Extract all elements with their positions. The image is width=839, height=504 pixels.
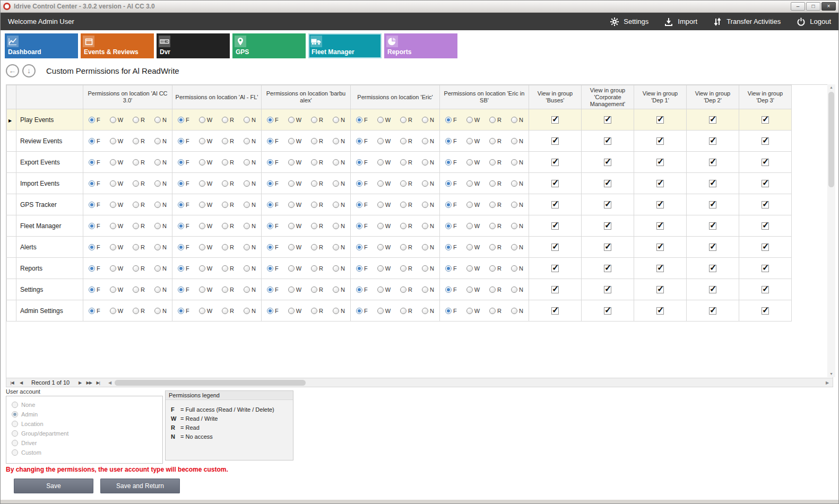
- group-view-checkbox[interactable]: [762, 286, 769, 293]
- permission-radio-n[interactable]: N: [244, 244, 256, 250]
- grid-row[interactable]: GPS TrackerFWRNFWRNFWRNFWRNFWRN: [7, 194, 792, 215]
- permission-radio-f[interactable]: F: [267, 138, 279, 144]
- permission-radio-n[interactable]: N: [244, 180, 256, 187]
- permission-radio-w[interactable]: W: [466, 265, 480, 272]
- permission-radio-r[interactable]: R: [400, 117, 412, 123]
- permission-radio-f[interactable]: F: [267, 286, 279, 293]
- permission-radio-n[interactable]: N: [154, 138, 167, 144]
- column-header-location-3[interactable]: Permissions on location 'Eric': [351, 85, 440, 109]
- account-type-location[interactable]: Location: [12, 419, 157, 429]
- permission-radio-f[interactable]: F: [267, 308, 279, 314]
- permission-radio-w[interactable]: W: [199, 159, 212, 166]
- permission-radio-w[interactable]: W: [199, 223, 212, 229]
- group-view-checkbox[interactable]: [656, 265, 664, 272]
- group-view-checkbox[interactable]: [551, 307, 559, 315]
- permission-radio-w[interactable]: W: [110, 138, 123, 144]
- permission-radio-f[interactable]: F: [267, 265, 279, 272]
- permission-radio-w[interactable]: W: [377, 202, 391, 208]
- permission-radio-f[interactable]: F: [356, 265, 368, 272]
- group-view-checkbox[interactable]: [604, 116, 611, 124]
- tab-gps[interactable]: GPS: [232, 33, 306, 58]
- permission-radio-f[interactable]: F: [445, 244, 457, 250]
- permission-radio-f[interactable]: F: [445, 138, 457, 144]
- permission-radio-w[interactable]: W: [377, 138, 391, 144]
- permission-radio-f[interactable]: F: [356, 244, 368, 250]
- permission-radio-n[interactable]: N: [154, 159, 167, 166]
- permission-radio-f[interactable]: F: [89, 308, 100, 314]
- permission-radio-w[interactable]: W: [110, 202, 123, 208]
- tab-reports[interactable]: Reports: [384, 33, 457, 58]
- back-button[interactable]: ←: [6, 64, 19, 77]
- group-view-checkbox[interactable]: [656, 180, 664, 187]
- permission-radio-r[interactable]: R: [489, 223, 501, 229]
- group-view-checkbox[interactable]: [709, 116, 716, 124]
- permission-radio-n[interactable]: N: [154, 308, 167, 314]
- grid-row[interactable]: SettingsFWRNFWRNFWRNFWRNFWRN: [7, 279, 792, 300]
- permission-radio-f[interactable]: F: [178, 138, 189, 144]
- group-view-checkbox[interactable]: [604, 307, 611, 315]
- permission-radio-r[interactable]: R: [400, 180, 412, 187]
- group-view-checkbox[interactable]: [551, 244, 559, 251]
- permission-radio-r[interactable]: R: [311, 180, 323, 187]
- permission-radio-r[interactable]: R: [311, 265, 323, 272]
- permission-radio-n[interactable]: N: [244, 223, 256, 229]
- permission-radio-n[interactable]: N: [244, 265, 256, 272]
- permission-radio-r[interactable]: R: [222, 202, 234, 208]
- group-view-checkbox[interactable]: [604, 201, 611, 208]
- permission-radio-n[interactable]: N: [422, 244, 434, 250]
- permission-radio-r[interactable]: R: [489, 244, 501, 250]
- group-view-checkbox[interactable]: [656, 244, 664, 251]
- permission-radio-n[interactable]: N: [511, 265, 523, 272]
- account-type-custom[interactable]: Custom: [12, 448, 157, 457]
- permission-radio-r[interactable]: R: [222, 265, 234, 272]
- permission-radio-f[interactable]: F: [356, 223, 368, 229]
- permission-radio-n[interactable]: N: [511, 180, 523, 187]
- permission-radio-n[interactable]: N: [244, 138, 256, 144]
- permission-radio-w[interactable]: W: [377, 286, 391, 293]
- group-view-checkbox[interactable]: [604, 244, 611, 251]
- permission-radio-f[interactable]: F: [89, 138, 100, 144]
- group-view-checkbox[interactable]: [709, 137, 716, 145]
- group-view-checkbox[interactable]: [762, 222, 769, 230]
- column-header-group-2[interactable]: View in group 'Dep 1': [634, 85, 687, 109]
- account-type-driver[interactable]: Driver: [12, 438, 157, 448]
- permission-radio-n[interactable]: N: [422, 265, 434, 272]
- permission-radio-f[interactable]: F: [445, 286, 457, 293]
- import-button[interactable]: Import: [663, 16, 697, 27]
- permission-radio-r[interactable]: R: [311, 308, 323, 314]
- permission-radio-f[interactable]: F: [356, 117, 368, 123]
- permission-radio-n[interactable]: N: [154, 117, 167, 123]
- permission-radio-w[interactable]: W: [466, 223, 480, 229]
- permission-radio-w[interactable]: W: [377, 180, 391, 187]
- permission-radio-n[interactable]: N: [244, 117, 256, 123]
- permission-radio-w[interactable]: W: [199, 180, 212, 187]
- permission-radio-f[interactable]: F: [178, 223, 189, 229]
- group-view-checkbox[interactable]: [762, 137, 769, 145]
- permission-radio-w[interactable]: W: [377, 308, 391, 314]
- permission-radio-n[interactable]: N: [154, 244, 167, 250]
- permission-radio-w[interactable]: W: [288, 180, 301, 187]
- permission-radio-r[interactable]: R: [489, 138, 501, 144]
- minimize-button[interactable]: –: [791, 2, 805, 11]
- save-and-return-button[interactable]: Save and Return: [100, 479, 180, 493]
- permission-radio-n[interactable]: N: [422, 286, 434, 293]
- group-view-checkbox[interactable]: [709, 307, 716, 315]
- permission-radio-w[interactable]: W: [110, 308, 123, 314]
- permission-radio-f[interactable]: F: [89, 286, 100, 293]
- permission-radio-f[interactable]: F: [178, 308, 189, 314]
- permission-radio-n[interactable]: N: [511, 308, 523, 314]
- permission-radio-f[interactable]: F: [356, 286, 368, 293]
- group-view-checkbox[interactable]: [762, 244, 769, 251]
- permission-radio-n[interactable]: N: [511, 244, 523, 250]
- permission-radio-n[interactable]: N: [511, 138, 523, 144]
- permission-radio-w[interactable]: W: [110, 180, 123, 187]
- permission-radio-r[interactable]: R: [133, 308, 145, 314]
- permission-radio-n[interactable]: N: [511, 202, 523, 208]
- permission-radio-r[interactable]: R: [489, 265, 501, 272]
- last-record-button[interactable]: ▶|: [94, 379, 102, 386]
- permission-radio-r[interactable]: R: [222, 286, 234, 293]
- group-view-checkbox[interactable]: [762, 265, 769, 272]
- account-type-group-department[interactable]: Group/department: [12, 429, 157, 438]
- permission-radio-w[interactable]: W: [377, 265, 391, 272]
- permission-radio-f[interactable]: F: [178, 202, 189, 208]
